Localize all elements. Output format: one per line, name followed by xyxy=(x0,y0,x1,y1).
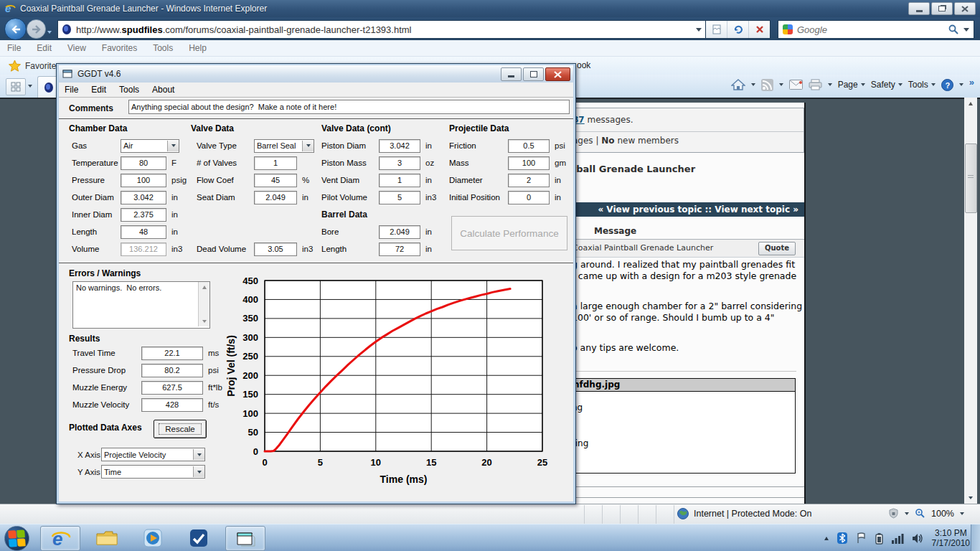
x-axis-select[interactable]: Projectile Velocity xyxy=(101,448,205,461)
ie-menu-tools[interactable]: Tools xyxy=(153,43,173,53)
favorites-button[interactable]: Favorites xyxy=(25,61,60,71)
length-input[interactable]: 48 xyxy=(121,225,166,239)
quote-button[interactable]: Quote xyxy=(758,242,796,255)
gas-select[interactable]: Air xyxy=(121,139,179,153)
taskbar-media-player-button[interactable] xyxy=(133,526,172,550)
action-center-flag-icon[interactable] xyxy=(856,532,867,544)
search-options-dropdown[interactable] xyxy=(959,24,974,34)
ggdt-menu-about[interactable]: About xyxy=(152,85,174,95)
ie-menu-file[interactable]: File xyxy=(7,43,21,53)
favorites-star-icon[interactable] xyxy=(9,60,21,72)
length-input[interactable]: 72 xyxy=(379,242,420,256)
ggdt-menu-file[interactable]: File xyxy=(65,85,78,95)
forward-button[interactable] xyxy=(27,19,46,39)
stop-button[interactable] xyxy=(748,21,770,38)
taskbar-checkmark-app-button[interactable] xyxy=(179,526,218,550)
scroll-down-button[interactable] xyxy=(964,491,977,504)
restore-button[interactable] xyxy=(931,2,953,15)
minimize-button[interactable] xyxy=(908,2,930,15)
taskbar-explorer-button[interactable] xyxy=(88,526,126,550)
valve-type-select[interactable]: Barrel Seal xyxy=(254,139,314,153)
tab-list-dropdown[interactable] xyxy=(25,78,35,94)
ggdt-menu-edit[interactable]: Edit xyxy=(91,85,106,95)
feeds-dropdown[interactable] xyxy=(779,83,783,86)
ggdt-maximize-button[interactable] xyxy=(523,67,544,81)
temperature-input[interactable]: 80 xyxy=(121,156,166,170)
recent-pages-dropdown[interactable] xyxy=(47,27,52,37)
address-dropdown[interactable] xyxy=(692,24,705,34)
taskbar-ie-button[interactable]: e xyxy=(40,526,80,551)
piston-diam-input[interactable]: 3.042 xyxy=(379,139,420,153)
errors-scrollbar[interactable] xyxy=(198,282,209,326)
print-button[interactable] xyxy=(809,79,822,90)
refresh-button[interactable] xyxy=(727,21,748,38)
favorites-link-partial[interactable]: ook xyxy=(577,60,590,70)
help-dropdown[interactable] xyxy=(959,83,963,86)
more-commands-chevron[interactable]: » xyxy=(969,77,974,88)
tools-menu-button[interactable]: Tools xyxy=(908,80,936,90)
status-dropdown[interactable] xyxy=(905,512,909,515)
pressure-input[interactable]: 100 xyxy=(121,174,166,187)
volume-icon[interactable] xyxy=(912,533,924,544)
mass-input[interactable]: 100 xyxy=(508,156,550,170)
read-mail-button[interactable] xyxy=(789,80,803,90)
page-scrollbar[interactable] xyxy=(964,98,977,504)
diameter-input[interactable]: 2 xyxy=(508,174,550,187)
protected-mode-icon[interactable] xyxy=(888,508,899,519)
search-input[interactable]: Google xyxy=(778,20,974,39)
ie-menu-view[interactable]: View xyxy=(67,43,86,53)
home-dropdown[interactable] xyxy=(751,83,755,86)
help-button[interactable]: ? xyxy=(941,79,953,91)
flow-coef-input[interactable]: 45 xyxy=(254,174,297,187)
ggdt-menu-tools[interactable]: Tools xyxy=(119,85,139,95)
ggdt-minimize-button[interactable] xyxy=(501,67,522,81)
zoom-dropdown[interactable] xyxy=(960,512,964,515)
comments-input[interactable]: Anything special about the design? Make … xyxy=(128,100,570,114)
address-field[interactable]: http://www.spudfiles.com/forums/coaxial-… xyxy=(57,20,706,39)
bluetooth-icon[interactable] xyxy=(837,532,848,545)
print-dropdown[interactable] xyxy=(828,83,832,86)
network-signal-icon[interactable] xyxy=(892,533,904,544)
ggdt-titlebar[interactable]: GGDT v4.6 xyxy=(59,65,573,83)
start-button[interactable] xyxy=(4,526,29,551)
zoom-icon[interactable] xyxy=(915,508,925,519)
y-axis-select[interactable]: Time xyxy=(101,465,205,479)
compatibility-view-button[interactable] xyxy=(706,21,727,38)
topic-nav-bar[interactable]: « View previous topic :: View next topic… xyxy=(558,202,804,217)
seat-diam-input[interactable]: 2.049 xyxy=(254,191,297,204)
piston-mass-input[interactable]: 3 xyxy=(379,156,420,170)
clock[interactable]: 3:10 PM 7/17/2010 xyxy=(932,528,970,548)
calculate-performance-button[interactable]: Calculate Performance xyxy=(451,216,567,250)
dropdown-arrow-icon[interactable] xyxy=(302,141,314,151)
dropdown-arrow-icon[interactable] xyxy=(167,141,179,151)
rescale-button[interactable]: Rescale xyxy=(154,420,207,438)
inner-diam-input[interactable]: 2.375 xyxy=(121,208,166,222)
of-valves-input[interactable]: 1 xyxy=(254,156,297,170)
page-menu-button[interactable]: Page xyxy=(838,80,865,90)
battery-icon[interactable] xyxy=(875,532,884,545)
ie-menu-favorites[interactable]: Favorites xyxy=(102,43,137,53)
bore-input[interactable]: 2.049 xyxy=(379,225,420,239)
ie-menu-help[interactable]: Help xyxy=(189,43,207,53)
dead-volume-input[interactable]: 3.05 xyxy=(254,242,297,256)
errors-warnings-box[interactable]: No warnings. No errors. xyxy=(72,281,210,329)
pilot-volume-input[interactable]: 5 xyxy=(379,191,420,204)
ggdt-close-button[interactable] xyxy=(545,67,570,81)
close-button[interactable] xyxy=(954,2,976,15)
outer-diam-input[interactable]: 3.042 xyxy=(121,191,166,204)
scrollbar-thumb[interactable] xyxy=(965,143,977,213)
initial-position-input[interactable]: 0 xyxy=(508,191,550,204)
taskbar-ggdt-button[interactable] xyxy=(225,526,265,551)
home-button[interactable] xyxy=(731,78,745,91)
back-button[interactable] xyxy=(4,18,27,40)
quick-tabs-button[interactable] xyxy=(6,78,26,95)
safety-menu-button[interactable]: Safety xyxy=(871,80,903,90)
ie-menu-edit[interactable]: Edit xyxy=(37,43,52,53)
show-desktop-button[interactable] xyxy=(971,524,980,551)
feeds-button[interactable] xyxy=(761,79,773,91)
scroll-up-button[interactable] xyxy=(964,98,977,110)
search-icon[interactable] xyxy=(948,24,959,35)
vent-diam-input[interactable]: 1 xyxy=(379,174,420,187)
show-hidden-icons-button[interactable] xyxy=(824,537,829,540)
friction-input[interactable]: 0.5 xyxy=(508,139,550,153)
